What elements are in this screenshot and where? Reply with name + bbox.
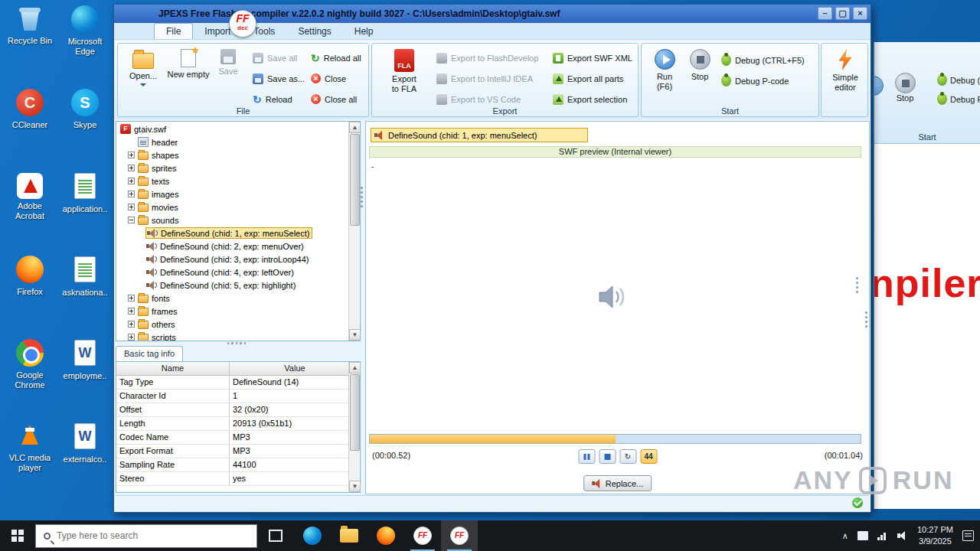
table-row[interactable]: Codec Name MP3: [116, 431, 360, 445]
desktop-icon-ccleaner[interactable]: C CCleaner: [3, 88, 57, 171]
stop-button[interactable]: Stop: [686, 49, 714, 82]
khz-44-button[interactable]: 44: [640, 449, 657, 464]
expander-icon[interactable]: [128, 295, 135, 302]
desktop-icon-externalco-file[interactable]: W externalco..: [58, 422, 112, 505]
export-flashdevelop-button[interactable]: Export to FlashDevelop: [436, 53, 538, 64]
desktop-icon-employme-file[interactable]: W employme..: [58, 338, 112, 422]
tree-item-frames[interactable]: frames: [116, 305, 348, 318]
tree-item-texts[interactable]: texts: [116, 174, 348, 187]
taskbar-edge[interactable]: [294, 520, 331, 551]
task-view-button[interactable]: [257, 520, 294, 551]
tree-item-movies[interactable]: movies: [116, 201, 348, 214]
export-to-fla-button[interactable]: FLA Export to FLA: [384, 49, 424, 93]
tree-item-sprites[interactable]: sprites: [116, 161, 348, 174]
desktop-icon-adobe-acrobat[interactable]: Adobe Acrobat: [3, 171, 57, 255]
desktop-icon-microsoft-edge[interactable]: Microsoft Edge: [58, 5, 112, 88]
playback-progress-bar[interactable]: [369, 434, 861, 444]
scrollbar-thumb[interactable]: [350, 134, 360, 226]
tab-file[interactable]: File: [154, 23, 193, 39]
expander-icon[interactable]: [128, 152, 135, 158]
tree-item-fonts[interactable]: fonts: [116, 292, 348, 305]
desktop-icon-google-chrome[interactable]: Google Chrome: [3, 338, 57, 422]
open-button[interactable]: Open...: [124, 49, 162, 86]
expander-icon[interactable]: [128, 165, 135, 171]
reload-all-button[interactable]: ↻ Reload all: [311, 53, 361, 64]
loop-button[interactable]: ↻: [619, 449, 636, 464]
scroll-down-icon[interactable]: ▼: [349, 481, 361, 492]
stop-playback-button[interactable]: [599, 449, 616, 464]
tree-item-root[interactable]: gtaiv.swf: [116, 122, 348, 135]
export-selection-button[interactable]: Export selection: [553, 94, 627, 105]
tree-item-scripts[interactable]: scripts: [116, 331, 348, 341]
selected-tag-header[interactable]: DefineSound (chid: 1, exp: menuSelect): [371, 128, 588, 142]
desktop-icon-application-file[interactable]: application..: [58, 171, 112, 255]
tree-item-definesound-1[interactable]: DefineSound (chid: 1, exp: menuSelect): [116, 227, 348, 240]
tree-item-definesound-5[interactable]: DefineSound (chid: 5, exp: highlight): [116, 279, 348, 292]
export-intellij-button[interactable]: Export to IntelliJ IDEA: [436, 73, 533, 84]
replace-button[interactable]: Replace...: [583, 475, 652, 491]
table-row[interactable]: Character Id 1: [116, 390, 360, 403]
minimize-button[interactable]: –: [818, 7, 832, 20]
taskbar-clock[interactable]: 10:27 PM 3/9/2025: [917, 524, 953, 547]
expander-icon[interactable]: [128, 204, 135, 210]
tree-item-sounds[interactable]: sounds: [116, 214, 348, 227]
network-icon[interactable]: [877, 531, 888, 540]
expander-icon[interactable]: [128, 321, 135, 328]
tree-item-images[interactable]: images: [116, 187, 348, 201]
tab-basic-tag-info[interactable]: Basic tag info: [116, 346, 183, 361]
tree-item-shapes[interactable]: shapes: [116, 148, 348, 161]
background-debug-pcode-button[interactable]: Debug P-code: [937, 93, 980, 105]
tree-scrollbar[interactable]: ▲ ▼: [348, 122, 360, 341]
scroll-down-icon[interactable]: ▼: [349, 329, 361, 341]
run-button[interactable]: Run (F6): [651, 49, 678, 91]
tree-item-definesound-4[interactable]: DefineSound (chid: 4, exp: leftOver): [116, 266, 348, 279]
table-row[interactable]: Length 20913 (0x51b1): [116, 417, 360, 431]
collapse-icon[interactable]: [128, 217, 135, 223]
background-stop-button[interactable]: Stop: [890, 73, 920, 103]
taskbar-search[interactable]: [35, 524, 257, 548]
taskbar-ffdec-1[interactable]: FF: [404, 520, 441, 551]
expander-icon[interactable]: [128, 308, 135, 315]
vertical-splitter-handle[interactable]: [361, 187, 363, 207]
desktop-icon-recycle-bin[interactable]: Recycle Bin: [3, 5, 57, 88]
chevron-down-icon[interactable]: [140, 83, 146, 86]
volume-icon[interactable]: [897, 531, 908, 540]
viewer-splitter-handle[interactable]: [865, 311, 867, 328]
scrollbar-thumb[interactable]: [350, 374, 360, 451]
table-row[interactable]: Sampling Rate 44100: [116, 458, 360, 472]
desktop-icon-skype[interactable]: S Skype: [58, 88, 112, 171]
expander-icon[interactable]: [128, 334, 135, 341]
debug-pcode-button[interactable]: Debug P-code: [721, 75, 789, 86]
desktop-icon-asknationa-file[interactable]: asknationa..: [58, 255, 112, 338]
debug-button[interactable]: Debug (CTRL+F5): [721, 54, 805, 66]
table-row[interactable]: Offset 32 (0x20): [116, 403, 360, 417]
tray-app-icon[interactable]: [858, 531, 868, 540]
save-all-button[interactable]: Save all: [253, 53, 297, 64]
tag-info-scrollbar[interactable]: ▲ ▼: [348, 362, 360, 492]
simple-editor-button[interactable]: Simple editor: [828, 49, 863, 92]
title-bar[interactable]: JPEXS Free Flash Decompiler v.22.0.2 nig…: [114, 5, 871, 23]
tab-settings[interactable]: Settings: [286, 24, 342, 39]
hidden-icons-button[interactable]: ∧: [842, 531, 848, 541]
save-button[interactable]: Save: [213, 49, 243, 77]
taskbar-ffdec-2[interactable]: FF: [441, 520, 478, 551]
action-center-icon[interactable]: [962, 530, 974, 541]
desktop-icon-vlc[interactable]: VLC media player: [3, 422, 57, 505]
background-debug-button[interactable]: Debug (CTRL+F5): [937, 74, 980, 86]
maximize-button[interactable]: ▢: [835, 7, 850, 20]
expander-icon[interactable]: [128, 178, 135, 184]
scroll-up-icon[interactable]: ▲: [349, 122, 361, 133]
search-input[interactable]: [57, 530, 225, 541]
new-empty-button[interactable]: New empty: [167, 49, 210, 80]
start-button[interactable]: [0, 520, 35, 551]
table-row[interactable]: Stereo yes: [116, 472, 360, 486]
desktop-icon-firefox[interactable]: Firefox: [3, 255, 57, 338]
close-all-button[interactable]: × Close all: [311, 94, 357, 104]
taskbar-file-explorer[interactable]: [331, 520, 368, 551]
expander-icon[interactable]: [128, 191, 135, 197]
viewer-splitter-handle[interactable]: [856, 277, 858, 293]
tree-item-definesound-2[interactable]: DefineSound (chid: 2, exp: menuOver): [116, 240, 348, 253]
taskbar-firefox[interactable]: [368, 520, 404, 551]
export-all-parts-button[interactable]: Export all parts: [553, 73, 623, 84]
save-as-button[interactable]: Save as...: [253, 73, 305, 84]
